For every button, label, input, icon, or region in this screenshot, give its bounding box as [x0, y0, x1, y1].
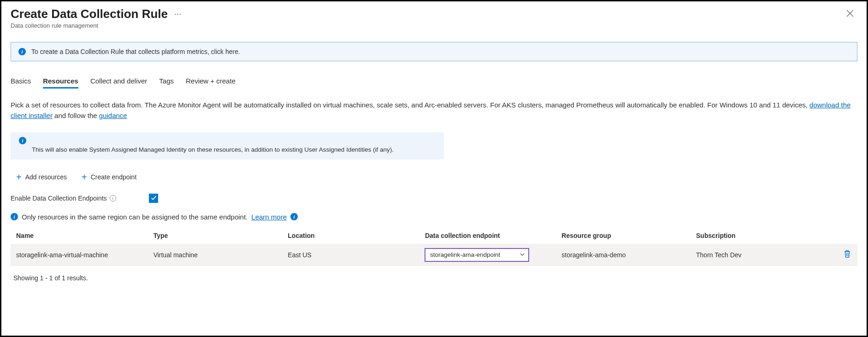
enable-dce-checkbox[interactable] [149, 194, 158, 203]
tab-basics[interactable]: Basics [11, 74, 31, 89]
resources-description: Pick a set of resources to collect data … [11, 100, 854, 121]
col-header-name[interactable]: Name [11, 227, 148, 244]
page-subtitle: Data collection rule management [11, 22, 857, 29]
add-resources-label: Add resources [25, 173, 67, 181]
resources-table: Name Type Location Data collection endpo… [11, 227, 857, 266]
trash-icon [844, 250, 851, 258]
cell-rg: storagelink-ama-demo [556, 244, 691, 266]
region-restriction-note: i Only resources in the same region can … [11, 213, 857, 221]
info-identity-text: This will also enable System Assigned Ma… [19, 146, 394, 153]
plus-icon: + [82, 172, 87, 182]
col-header-type[interactable]: Type [148, 227, 283, 244]
info-icon[interactable]: i [290, 213, 298, 220]
wizard-tabs: Basics Resources Collect and deliver Tag… [11, 74, 857, 89]
learn-more-link[interactable]: Learn more [251, 213, 287, 221]
info-banner-platform-metrics[interactable]: i To create a Data Collection Rule that … [11, 42, 857, 61]
tab-review-create[interactable]: Review + create [186, 74, 236, 89]
delete-row-button[interactable] [843, 249, 852, 260]
cell-type: Virtual machine [148, 244, 283, 266]
cell-sub: Thorn Tech Dev [691, 244, 833, 266]
tab-tags[interactable]: Tags [159, 74, 174, 89]
info-banner-managed-identity: i This will also enable System Assigned … [11, 132, 444, 160]
tab-resources[interactable]: Resources [43, 74, 78, 89]
page-title: Create Data Collection Rule [11, 7, 168, 21]
tab-collect-deliver[interactable]: Collect and deliver [90, 74, 147, 89]
info-glyph-icon[interactable]: i [110, 195, 116, 201]
guidance-link[interactable]: guidance [99, 112, 127, 119]
col-header-dce[interactable]: Data collection endpoint [419, 227, 556, 244]
more-options-button[interactable]: ··· [172, 9, 183, 19]
add-resources-button[interactable]: + Add resources [14, 171, 69, 183]
plus-icon: + [16, 172, 22, 182]
enable-dce-label: Enable Data Collection Endpoints i [11, 195, 149, 202]
close-button[interactable] [843, 7, 857, 21]
cell-location: East US [282, 244, 419, 266]
region-note-text: Only resources in the same region can be… [22, 213, 248, 221]
close-icon [846, 10, 854, 17]
cell-dce [419, 244, 556, 266]
col-header-rg[interactable]: Resource group [556, 227, 691, 244]
create-endpoint-label: Create endpoint [91, 173, 137, 181]
checkmark-icon [151, 195, 157, 201]
cell-name: storagelink-ama-virtual-machine [11, 244, 148, 266]
info-icon: i [11, 213, 18, 220]
info-banner-text: To create a Data Collection Rule that co… [31, 48, 240, 55]
desc-text-2: and follow the [53, 112, 99, 119]
results-count: Showing 1 - 1 of 1 results. [11, 274, 857, 282]
col-header-location[interactable]: Location [282, 227, 419, 244]
table-row: storagelink-ama-virtual-machine Virtual … [11, 244, 857, 266]
col-header-sub[interactable]: Subscription [691, 227, 833, 244]
info-icon: i [18, 48, 26, 55]
dce-select[interactable] [425, 248, 529, 261]
create-endpoint-button[interactable]: + Create endpoint [80, 171, 138, 183]
info-icon: i [19, 137, 26, 144]
desc-text-1: Pick a set of resources to collect data … [11, 101, 809, 109]
